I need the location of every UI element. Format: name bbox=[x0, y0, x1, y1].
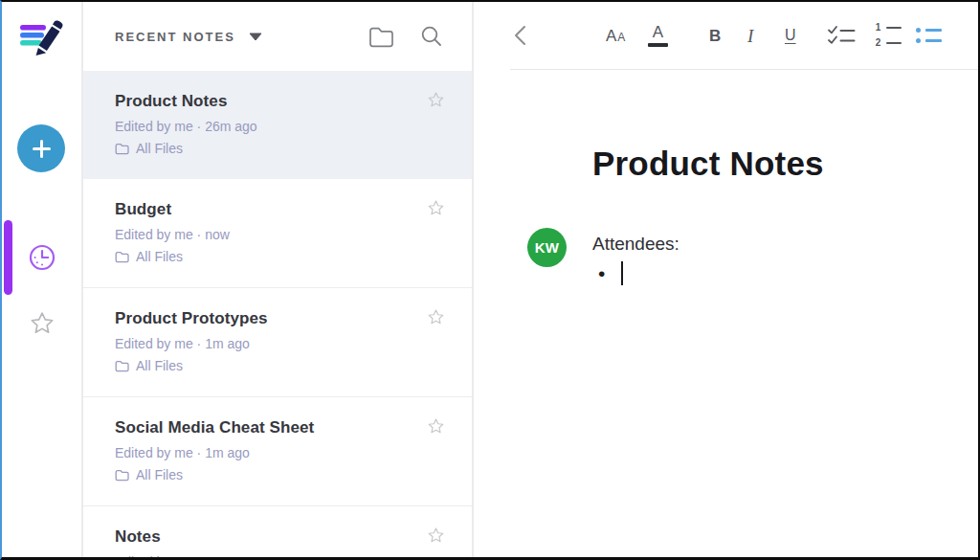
star-icon bbox=[427, 91, 445, 109]
back-button[interactable] bbox=[512, 2, 527, 69]
note-list-item[interactable]: Notes Edited by me · 1m ago All Files bbox=[83, 506, 472, 557]
folder-icon bbox=[115, 251, 129, 263]
note-folder: All Files bbox=[115, 358, 445, 373]
note-title: Notes bbox=[115, 527, 161, 547]
star-icon bbox=[427, 417, 445, 436]
note-folder-label: All Files bbox=[136, 467, 183, 482]
star-icon bbox=[427, 199, 445, 217]
list-bullet: • bbox=[598, 263, 605, 283]
numbered-list-digit: 1 bbox=[875, 23, 881, 33]
app-window: RECENT NOTES bbox=[0, 0, 980, 560]
checklist-icon bbox=[827, 25, 857, 47]
note-title: Social Media Cheat Sheet bbox=[115, 418, 314, 437]
sidebar-item-starred[interactable] bbox=[2, 306, 81, 341]
nav-rail bbox=[2, 2, 83, 557]
notes-list-panel: RECENT NOTES bbox=[83, 2, 474, 557]
numbered-list-button[interactable]: 1 2 bbox=[875, 2, 902, 69]
search-button[interactable] bbox=[420, 25, 443, 48]
text-color-button[interactable]: A bbox=[648, 2, 668, 69]
font-size-icon: AA bbox=[606, 28, 625, 44]
note-editor-title[interactable]: Product Notes bbox=[592, 145, 824, 183]
star-icon bbox=[427, 308, 445, 326]
note-list-item[interactable]: Product Notes Edited by me · 26m ago All… bbox=[83, 71, 472, 179]
active-nav-indicator bbox=[4, 220, 12, 295]
star-icon bbox=[29, 310, 56, 337]
favorite-star-button[interactable] bbox=[427, 417, 445, 436]
checklist-button[interactable] bbox=[827, 2, 857, 69]
notes-filter-label: RECENT NOTES bbox=[115, 30, 235, 44]
note-folder-label: All Files bbox=[136, 358, 183, 373]
note-folder: All Files bbox=[115, 141, 445, 156]
notes-filter-dropdown[interactable]: RECENT NOTES bbox=[115, 30, 262, 44]
folder-icon bbox=[115, 469, 129, 482]
favorite-star-button[interactable] bbox=[427, 199, 445, 217]
font-size-large-letter: A bbox=[606, 27, 616, 45]
bullet-list-button[interactable] bbox=[916, 2, 942, 69]
font-size-small-letter: A bbox=[617, 31, 625, 44]
note-meta: Edited by me · 1m ago bbox=[115, 554, 445, 557]
chevron-left-icon bbox=[512, 24, 527, 47]
numbered-list-icon: 1 2 bbox=[875, 23, 902, 48]
caret-down-icon bbox=[249, 33, 262, 41]
editor-panel: AA A B I U bbox=[474, 2, 978, 557]
clock-icon bbox=[28, 243, 56, 272]
note-folder: All Files bbox=[115, 249, 445, 264]
note-list-item[interactable]: Product Prototypes Edited by me · 1m ago… bbox=[83, 288, 472, 397]
bullet-list-icon bbox=[916, 28, 942, 43]
folder-icon bbox=[115, 360, 129, 372]
note-list-item[interactable]: Budget Edited by me · now All Files bbox=[83, 179, 472, 288]
note-meta: Edited by me · 1m ago bbox=[115, 336, 445, 351]
note-list-item[interactable]: Social Media Cheat Sheet Edited by me · … bbox=[83, 397, 472, 506]
underline-button[interactable]: U bbox=[785, 2, 796, 69]
note-folder-label: All Files bbox=[136, 141, 183, 156]
text-cursor bbox=[621, 261, 623, 285]
bold-icon: B bbox=[709, 28, 721, 44]
new-note-button[interactable] bbox=[17, 124, 65, 172]
italic-icon: I bbox=[747, 27, 753, 45]
notes-list-header: RECENT NOTES bbox=[83, 2, 472, 71]
favorite-star-button[interactable] bbox=[427, 308, 445, 326]
editor-toolbar: AA A B I U bbox=[474, 2, 978, 70]
note-title: Product Notes bbox=[115, 92, 227, 111]
text-color-icon: A bbox=[653, 24, 663, 40]
avatar: KW bbox=[527, 228, 567, 267]
note-bullet-line[interactable]: • bbox=[598, 260, 623, 286]
note-folder: All Files bbox=[115, 467, 445, 482]
folder-icon bbox=[115, 143, 129, 155]
note-title: Budget bbox=[115, 200, 171, 219]
star-icon bbox=[427, 526, 445, 545]
note-meta: Edited by me · 26m ago bbox=[115, 119, 445, 134]
italic-button[interactable]: I bbox=[747, 2, 753, 69]
underline-icon: U bbox=[785, 28, 796, 43]
folders-button[interactable] bbox=[368, 26, 394, 48]
note-title: Product Prototypes bbox=[115, 309, 268, 328]
bold-button[interactable]: B bbox=[709, 2, 721, 69]
note-meta: Edited by me · now bbox=[115, 227, 445, 242]
font-size-button[interactable]: AA bbox=[606, 2, 625, 69]
notejoy-logo-icon[interactable] bbox=[19, 20, 65, 56]
note-folder-label: All Files bbox=[136, 249, 183, 264]
text-color-swatch bbox=[648, 43, 668, 47]
search-icon bbox=[420, 25, 443, 48]
plus-icon bbox=[31, 138, 53, 160]
folder-icon bbox=[368, 26, 394, 48]
note-body-text[interactable]: Attendees: bbox=[592, 234, 679, 255]
sidebar-item-recent-notes[interactable] bbox=[2, 220, 81, 295]
note-meta: Edited by me · 1m ago bbox=[115, 445, 445, 460]
favorite-star-button[interactable] bbox=[427, 91, 445, 109]
numbered-list-digit: 2 bbox=[875, 38, 881, 48]
favorite-star-button[interactable] bbox=[427, 526, 445, 545]
